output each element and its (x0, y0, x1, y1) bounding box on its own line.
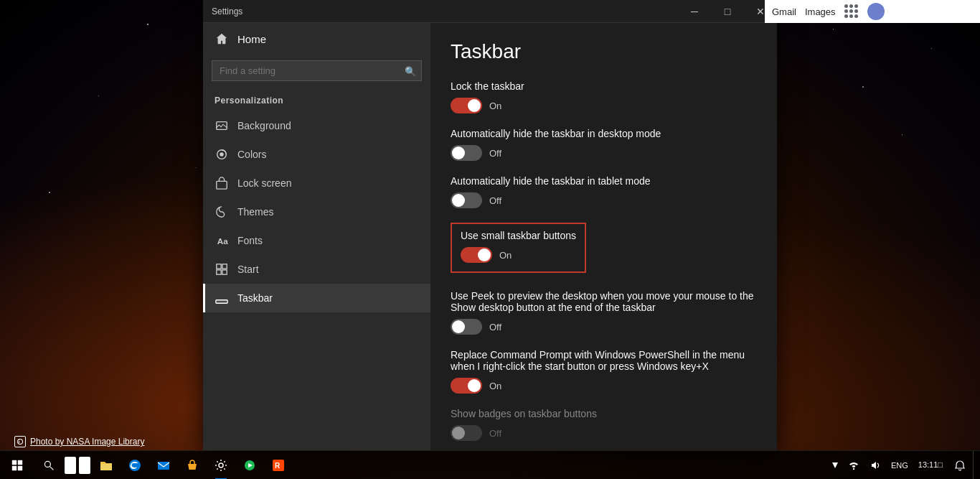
sidebar-item-colors[interactable]: Colors (203, 140, 430, 169)
sidebar-item-lock-screen[interactable]: Lock screen (203, 169, 430, 197)
svg-rect-17 (65, 457, 76, 474)
sidebar-section-title: Personalization (203, 87, 430, 111)
clock-time: 13:11 (918, 460, 938, 470)
taskbar-bar: R ENG 13:11 □ (0, 450, 980, 479)
settings-body: Home 🔍 Personalization Background (203, 23, 777, 450)
taskbar-app-edge[interactable] (121, 451, 149, 480)
home-label: Home (237, 33, 266, 45)
powershell-label: Replace Command Prompt with Windows Powe… (451, 349, 757, 372)
photo-credit[interactable]: Photo by NASA Image Library (14, 436, 144, 447)
show-desktop-button[interactable] (973, 451, 976, 479)
taskbar-task-view-button[interactable] (63, 451, 92, 479)
lock-screen-icon (215, 176, 229, 190)
small-buttons-thumb (478, 248, 491, 261)
gmail-link[interactable]: Gmail (772, 6, 796, 17)
svg-rect-10 (216, 300, 227, 304)
hide-tablet-toggle[interactable] (451, 192, 482, 208)
taskbar-app-extra1[interactable] (235, 451, 264, 480)
lock-taskbar-toggle-label: On (489, 101, 501, 111)
minimize-button[interactable]: ─ (678, 0, 711, 22)
setting-lock-taskbar: Lock the taskbar On (451, 80, 757, 113)
photo-credit-link[interactable]: Photo by NASA Image Library (30, 437, 144, 447)
lock-taskbar-toggle[interactable] (451, 98, 482, 113)
taskbar-app-file-explorer[interactable] (92, 451, 121, 480)
background-icon (215, 118, 229, 133)
start-button[interactable] (0, 451, 34, 479)
background-label: Background (237, 120, 291, 131)
svg-marker-26 (832, 462, 838, 468)
taskbar-app-store[interactable] (178, 451, 207, 480)
badges-toggle[interactable] (451, 425, 482, 441)
clock[interactable]: 13:11 □ (914, 451, 947, 479)
peek-toggle-row: Off (451, 319, 757, 335)
small-buttons-toggle-label: On (499, 250, 512, 261)
sidebar-item-background[interactable]: Background (203, 111, 430, 140)
small-buttons-toggle-row: On (461, 247, 576, 263)
window-title: Settings (212, 6, 678, 17)
svg-rect-11 (12, 460, 17, 464)
peek-label: Use Peek to preview the desktop when you… (451, 290, 757, 313)
sidebar-item-fonts[interactable]: Aa Fonts (203, 226, 430, 255)
titlebar-controls: ─ □ ✕ (678, 0, 777, 22)
titlebar: Settings ─ □ ✕ (203, 0, 777, 23)
taskbar-apps: R (92, 451, 293, 479)
svg-rect-3 (217, 181, 227, 189)
powershell-toggle-row: On (451, 378, 757, 394)
search-input[interactable] (212, 60, 422, 81)
lock-taskbar-label: Lock the taskbar (451, 80, 757, 92)
hide-desktop-toggle-row: Off (451, 145, 757, 161)
badges-toggle-row: Off (451, 425, 757, 441)
volume-icon[interactable] (865, 451, 885, 479)
hide-tablet-label: Automatically hide the taskbar in tablet… (451, 175, 757, 187)
taskbar-app-mail[interactable] (149, 451, 178, 480)
google-apps-icon[interactable] (844, 4, 859, 19)
hide-tablet-toggle-row: Off (451, 192, 757, 208)
system-tray-chevron[interactable] (828, 451, 842, 479)
svg-rect-5 (217, 264, 221, 269)
setting-peek: Use Peek to preview the desktop when you… (451, 290, 757, 335)
taskbar-app-extra2[interactable]: R (264, 451, 293, 480)
svg-point-15 (44, 461, 50, 467)
sidebar: Home 🔍 Personalization Background (203, 23, 430, 450)
sidebar-item-home[interactable]: Home (203, 23, 430, 55)
small-buttons-highlight: Use small taskbar buttons On (451, 223, 586, 273)
hide-tablet-thumb (452, 194, 465, 207)
google-account-avatar[interactable] (867, 3, 885, 20)
hide-desktop-thumb (452, 147, 465, 159)
powershell-toggle[interactable] (451, 378, 482, 394)
peek-thumb (452, 320, 465, 333)
peek-toggle[interactable] (451, 319, 482, 335)
browser-toolbar: Gmail Images (765, 0, 980, 23)
svg-rect-8 (222, 270, 227, 274)
svg-rect-13 (12, 465, 17, 470)
taskbar-app-settings[interactable] (207, 451, 235, 480)
network-icon[interactable] (844, 451, 864, 479)
lock-taskbar-toggle-row: On (451, 98, 757, 113)
page-title: Taskbar (451, 40, 757, 63)
svg-text:Aa: Aa (217, 236, 228, 246)
taskbar-search-button[interactable] (34, 451, 63, 479)
svg-point-2 (220, 152, 223, 156)
images-link[interactable]: Images (805, 6, 836, 17)
sidebar-item-taskbar[interactable]: Taskbar (203, 284, 430, 312)
language-indicator[interactable]: ENG (887, 451, 913, 479)
lock-taskbar-thumb (468, 99, 481, 112)
svg-rect-7 (217, 270, 221, 274)
sidebar-item-themes[interactable]: Themes (203, 197, 430, 226)
lock-screen-label: Lock screen (237, 177, 291, 189)
notification-button[interactable] (948, 451, 971, 479)
hide-desktop-toggle-label: Off (489, 148, 501, 159)
colors-icon (215, 147, 229, 162)
hide-desktop-toggle[interactable] (451, 145, 482, 161)
setting-powershell: Replace Command Prompt with Windows Powe… (451, 349, 757, 394)
maximize-button[interactable]: □ (711, 0, 744, 22)
taskbar-nav-label: Taskbar (237, 292, 273, 304)
small-buttons-toggle[interactable] (461, 247, 492, 263)
sidebar-item-start[interactable]: Start (203, 255, 430, 284)
svg-rect-20 (158, 462, 169, 470)
powershell-thumb (468, 379, 481, 392)
hide-desktop-label: Automatically hide the taskbar in deskto… (451, 128, 757, 139)
colors-label: Colors (237, 149, 266, 160)
language-label: ENG (891, 461, 908, 470)
badges-toggle-label: Off (489, 428, 501, 439)
